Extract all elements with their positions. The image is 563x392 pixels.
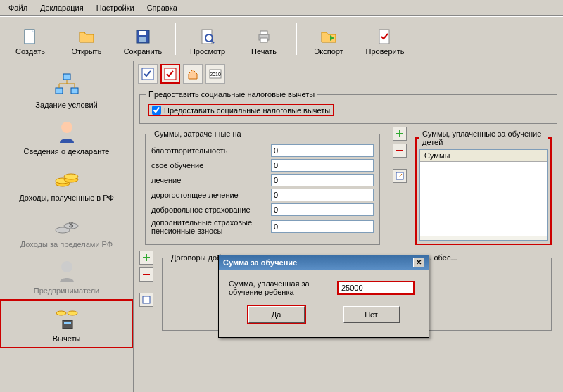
dialog-close-button[interactable]: ✕ — [413, 258, 424, 267]
svg-text:$: $ — [68, 220, 72, 229]
subtab-standard[interactable] — [138, 64, 158, 84]
svg-rect-32 — [143, 296, 150, 303]
provide-social-checkbox[interactable] — [152, 106, 161, 115]
children-sums-body[interactable] — [420, 162, 547, 236]
dialog-title: Сумма за обучение — [223, 258, 297, 267]
print-icon — [255, 28, 272, 45]
sidebar-item-deductions[interactable]: Вычеты — [0, 299, 133, 348]
save-label: Сохранить — [124, 47, 163, 56]
preview-icon — [199, 28, 216, 45]
toolbar-separator — [296, 23, 297, 55]
menu-declaration[interactable]: Декларация — [37, 2, 87, 13]
svg-rect-12 — [63, 74, 70, 80]
person-gray-icon — [53, 258, 81, 284]
toolbar-separator — [175, 23, 176, 55]
sidebar-item-label: Сведения о декларанте — [24, 147, 110, 156]
export-button[interactable]: Экспорт — [301, 20, 356, 58]
svg-rect-10 — [260, 38, 267, 42]
social-group-legend: Предоставить социальные налоговые вычеты — [146, 90, 317, 99]
expensive-treatment-input[interactable] — [271, 189, 374, 201]
deductions-icon — [53, 306, 81, 331]
provide-social-label: Предоставить социальные налоговые вычеты — [164, 106, 330, 115]
svg-point-25 — [68, 311, 77, 315]
menu-settings[interactable]: Настройки — [94, 2, 137, 13]
sidebar-item-income-rf[interactable]: Доходы, полученные в РФ — [0, 160, 133, 206]
person-icon — [53, 119, 81, 144]
minus-icon — [142, 270, 151, 279]
dialog-ok-button[interactable]: Да — [248, 306, 305, 323]
sidebar-item-income-foreign[interactable]: $ Доходы за пределами РФ — [0, 206, 133, 253]
save-button[interactable]: Сохранить — [115, 20, 170, 58]
subtab-social[interactable] — [160, 64, 180, 84]
subtab-house[interactable] — [183, 64, 203, 84]
children-education-group: Суммы, уплаченные за обучение детей Сумм… — [415, 129, 552, 245]
conditions-icon — [53, 72, 81, 98]
export-label: Экспорт — [314, 47, 343, 56]
plus-icon — [396, 129, 404, 138]
svg-rect-4 — [139, 37, 146, 42]
dialog-cancel-button[interactable]: Нет — [343, 306, 400, 323]
children-education-legend: Суммы, уплаченные за обучение детей — [419, 129, 548, 146]
pension-contrib-input[interactable] — [271, 220, 374, 233]
check-button[interactable]: Проверить — [358, 20, 412, 58]
year-label: 2010 — [210, 72, 221, 77]
print-button[interactable]: Печать — [236, 20, 291, 58]
sidebar-item-label: Доходы, полученные в РФ — [19, 194, 114, 202]
sidebar-item-label: Предприниматели — [34, 286, 99, 295]
sidebar-item-label: Вычеты — [53, 334, 81, 343]
edit-row-button[interactable] — [393, 169, 407, 183]
add-contract-button[interactable] — [139, 251, 153, 265]
new-file-icon — [22, 28, 39, 45]
menu-help[interactable]: Справка — [144, 2, 180, 13]
dialog-amount-input[interactable] — [337, 281, 415, 295]
treatment-input[interactable] — [271, 174, 374, 186]
form-check-red-icon — [164, 68, 177, 80]
charity-label: благотворительность — [151, 146, 271, 155]
create-label: Создать — [15, 47, 45, 56]
sidebar-item-entrepreneurs[interactable]: Предприниматели — [0, 253, 133, 299]
remove-contract-button[interactable] — [139, 267, 153, 282]
charity-input[interactable] — [271, 144, 374, 157]
svg-rect-3 — [139, 31, 146, 35]
contracts-list-tools — [139, 251, 153, 334]
voluntary-insurance-label: добровольное страхование — [151, 206, 271, 214]
pension-contrib-label: дополнительные страховые пенсионные взно… — [151, 218, 271, 235]
own-education-input[interactable] — [271, 159, 374, 172]
preview-button[interactable]: Просмотр — [180, 20, 235, 58]
dialog-titlebar[interactable]: Сумма за обучение ✕ — [219, 255, 429, 270]
edit-contract-button[interactable] — [139, 293, 153, 307]
svg-rect-13 — [56, 88, 63, 94]
sidebar-item-declarant[interactable]: Сведения о декларанте — [0, 113, 133, 160]
menu-file[interactable]: Файл — [6, 2, 30, 13]
preview-label: Просмотр — [190, 47, 225, 56]
main-toolbar: Создать Открыть Сохранить Просмотр Печат… — [0, 16, 563, 61]
work-area: 2010 Предоставить социальные налоговые в… — [134, 61, 563, 392]
sidebar-item-conditions[interactable]: Задание условий — [0, 67, 133, 113]
create-button[interactable]: Создать — [3, 20, 58, 58]
own-education-label: свое обучение — [151, 161, 271, 170]
print-label: Печать — [251, 47, 277, 56]
children-list-tools — [393, 127, 407, 248]
open-button[interactable]: Открыть — [59, 20, 114, 58]
svg-rect-9 — [260, 31, 267, 34]
expensive-treatment-label: дорогостоящее лечение — [151, 191, 271, 199]
provide-social-checkbox-wrap: Предоставить социальные налоговые вычеты — [148, 104, 334, 116]
sub-toolbar: 2010 — [134, 61, 563, 87]
svg-point-24 — [56, 311, 66, 315]
svg-point-19 — [64, 174, 78, 179]
children-sums-table: Суммы — [419, 149, 548, 241]
add-row-button[interactable] — [393, 127, 407, 141]
house-icon — [186, 68, 199, 80]
svg-point-15 — [61, 122, 72, 133]
svg-rect-14 — [71, 88, 78, 94]
voluntary-insurance-input[interactable] — [271, 203, 374, 216]
edit-icon — [396, 172, 404, 180]
open-folder-icon — [78, 28, 95, 45]
sidebar: Задание условий Сведения о декларанте До… — [0, 61, 134, 392]
svg-point-23 — [61, 261, 72, 272]
svg-rect-26 — [63, 320, 72, 329]
subtab-year[interactable]: 2010 — [205, 64, 225, 84]
children-sums-header: Суммы — [420, 150, 547, 162]
remove-row-button[interactable] — [393, 144, 407, 158]
export-icon — [320, 28, 337, 45]
